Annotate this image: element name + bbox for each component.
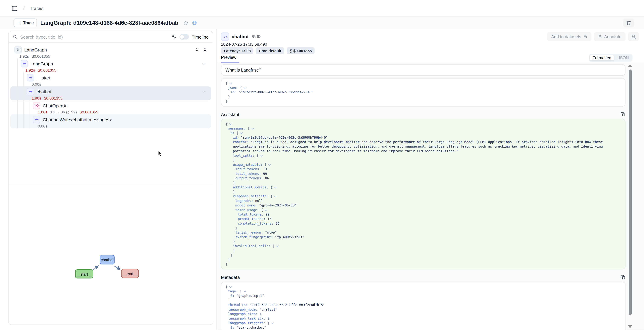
graph-node-__start__[interactable]: __start__: [75, 269, 93, 278]
collapse-chevron-icon[interactable]: [271, 321, 274, 324]
json-line: }: [226, 181, 621, 185]
copy-id-button[interactable]: ID: [252, 35, 260, 39]
header-actions: Add to datasets Annotate: [547, 32, 639, 41]
json-line: 0: {: [226, 131, 621, 135]
tree-node-label: __start__: [36, 75, 55, 80]
json-line: {: [226, 81, 621, 85]
view-formatted-option[interactable]: Formatted: [590, 55, 614, 60]
json-line: id: "run-9a0c97cb-ccfe-463e-902c-5a5900b…: [226, 135, 621, 140]
indent-guide: [17, 86, 18, 100]
json-line: additional_kwargs: {: [226, 185, 621, 190]
collapse-chevron-icon[interactable]: [240, 131, 243, 134]
collapse-chevron-icon[interactable]: [264, 208, 268, 211]
tree-node-chatbot[interactable]: chatbot1.90s$0.001355: [10, 86, 211, 100]
lock-icon: [583, 35, 587, 39]
scrollbar-thumb[interactable]: [628, 70, 632, 315]
observation-badge: ∑ $0.001355: [287, 47, 315, 54]
content-scrollbar: [628, 64, 632, 330]
indent-guide: [24, 100, 24, 114]
span-icon: [221, 33, 229, 41]
collapse-chevron-icon[interactable]: [274, 185, 277, 188]
delete-trace-button[interactable]: [623, 18, 634, 28]
graph-node-chatbot[interactable]: chatbot: [100, 255, 114, 264]
timeline-toggle-label: Timeline: [192, 34, 209, 39]
list-tree-icon: [17, 21, 21, 25]
lock-icon: [598, 35, 602, 39]
input-message-card: What is Langfuse?: [221, 64, 626, 76]
notifications-off-button[interactable]: [628, 32, 639, 41]
bell-off-icon: [631, 34, 636, 39]
scroll-up-arrow[interactable]: [628, 64, 632, 67]
annotate-button[interactable]: Annotate: [594, 32, 626, 41]
collapse-chevron-icon[interactable]: [229, 285, 232, 288]
langfuse-trace-page: / Traces Trace LangGraph: d109e148-d188-…: [0, 0, 644, 330]
tree-node-__start__[interactable]: __start__0.00s: [10, 72, 211, 86]
json-line: prompt_tokens: 13: [226, 217, 621, 221]
breadcrumb[interactable]: Traces: [30, 6, 44, 11]
span-icon: [27, 74, 34, 81]
copy-assistant-button[interactable]: [620, 112, 626, 117]
observation-timestamp: 2024-07-25 17:33:58.490: [221, 42, 267, 46]
sidebar-toggle-icon[interactable]: [12, 5, 18, 11]
json-line: ]: [226, 158, 621, 162]
tree-node-metric: 1.92s: [19, 54, 29, 58]
expand-all-icon[interactable]: [195, 47, 200, 52]
tree-node-ChatOpenAI[interactable]: ChatOpenAI1.88s13 → 86 (∑ 99)$0.001355: [10, 100, 211, 114]
star-bookmark-icon[interactable]: [183, 20, 189, 25]
graph-node-__end__[interactable]: __end__: [121, 269, 139, 278]
observation-tree: LangGraph1.92s$0.001355LangGraph1.92s$0.…: [8, 43, 213, 185]
json-line: }: [226, 99, 621, 104]
tree-settings-icon[interactable]: [171, 34, 176, 40]
input-json-card: {json: {id: "df0fd29f-8b61-4372-aea2-786…: [221, 78, 626, 106]
collapse-chevron-icon[interactable]: [244, 289, 246, 292]
json-line: output_tokens: 86: [226, 176, 621, 181]
json-line: 0: "start:chatbot": [226, 325, 621, 330]
copy-metadata-button[interactable]: [620, 275, 626, 280]
scroll-down-arrow[interactable]: [628, 325, 632, 328]
tree-node-LangGraph[interactable]: LangGraph1.92s$0.001355: [10, 58, 211, 72]
json-line: {: [226, 122, 621, 126]
collapse-chevron-icon[interactable]: [260, 153, 263, 156]
tab-preview[interactable]: Preview: [221, 55, 236, 60]
tree-node-metric: $0.001355: [38, 68, 56, 72]
chevron-down-icon[interactable]: [202, 90, 206, 94]
tree-node-ChannelWrite<chatbot,messages>[interactable]: ChannelWrite<chatbot,messages>0.00s: [10, 114, 211, 128]
timeline-toggle[interactable]: [180, 34, 189, 40]
json-line: {: [226, 285, 621, 289]
collapse-chevron-icon[interactable]: [252, 126, 254, 129]
json-line: content: "Langfuse is a tool designed to…: [226, 140, 621, 153]
indent-guide: [17, 72, 18, 86]
collapse-chevron-icon[interactable]: [274, 194, 277, 197]
trace-badge-label: Trace: [23, 21, 34, 25]
json-line: }: [226, 226, 621, 230]
collapse-chevron-icon[interactable]: [244, 86, 246, 89]
indent-guide: [24, 72, 24, 86]
json-line: }: [226, 253, 621, 257]
copy-icon: [620, 275, 626, 280]
toggle-knob: [180, 35, 184, 39]
collapse-chevron-icon[interactable]: [276, 244, 279, 247]
collapse-chevron-icon[interactable]: [229, 81, 232, 84]
trace-icon: [14, 46, 22, 53]
span-icon: [33, 116, 40, 123]
view-json-option[interactable]: JSON: [615, 55, 632, 60]
tree-node-metric: $0.001355: [44, 96, 62, 100]
tree-node-LangGraph[interactable]: LangGraph1.92s$0.001355: [10, 45, 211, 58]
top-bar: / Traces: [0, 0, 644, 17]
trash-icon: [626, 20, 631, 25]
json-line: tool_calls: [: [226, 153, 621, 158]
collapse-all-icon[interactable]: [202, 47, 208, 52]
collapse-chevron-icon[interactable]: [229, 122, 232, 125]
observation-title-row: chatbot ID Add to datasets Annotate: [221, 32, 639, 41]
generation-icon: [33, 102, 40, 109]
json-line: total_tokens: 99: [226, 212, 621, 217]
add-to-datasets-button[interactable]: Add to datasets: [547, 32, 592, 41]
search-input[interactable]: Search (type, title, id): [20, 34, 168, 39]
search-icon: [13, 35, 17, 39]
json-line: }: [226, 95, 621, 99]
chevron-down-icon[interactable]: [202, 62, 206, 66]
collapse-chevron-icon[interactable]: [268, 163, 271, 166]
public-globe-icon[interactable]: [192, 20, 197, 25]
json-line: }: [226, 190, 621, 194]
tree-node-label: LangGraph: [24, 47, 47, 52]
